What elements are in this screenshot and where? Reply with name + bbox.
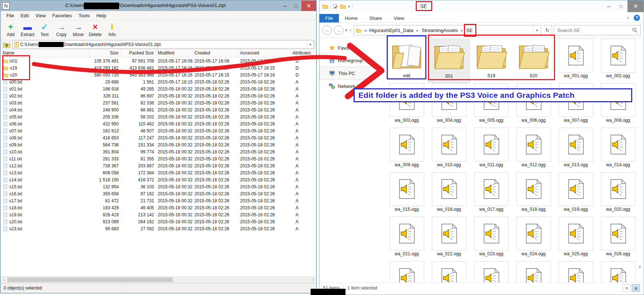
table-row[interactable]: s17.txt 81 472 21 731 2015-05-18 00:32 2… (1, 197, 316, 204)
table-row[interactable]: s01.txt 186 916 49 265 2015-05-18 00:32 … (1, 85, 316, 92)
details-view-button[interactable]: ≣ (623, 284, 631, 292)
file-item[interactable] (386, 261, 428, 282)
file-item[interactable]: wa_026.ogg (597, 217, 639, 261)
close-button[interactable]: ✕ (301, 1, 316, 11)
help-icon[interactable]: ? (634, 15, 640, 21)
file-item[interactable]: wa_012.ogg (512, 128, 555, 172)
toolbar-button[interactable]: → Copy (53, 22, 70, 37)
toolbar-button[interactable]: → Move (70, 22, 87, 37)
menu-item[interactable]: Edit (17, 13, 32, 18)
explorer-titlebar[interactable]: ▾ SE ─ □ ✕ (319, 0, 644, 12)
search-input[interactable]: Search SE (554, 25, 641, 35)
column-header-size[interactable]: Size (89, 50, 121, 57)
back-button[interactable]: ← (322, 25, 332, 35)
file-item[interactable]: wa_021.ogg (386, 217, 428, 261)
menu-item[interactable]: Help (93, 13, 110, 18)
icons-view-button[interactable]: ▦ (632, 284, 640, 292)
table-row[interactable]: s20 580 093 725 543 383 966 2015-05-17 1… (1, 71, 316, 78)
maximize-button[interactable]: □ (615, 0, 627, 12)
address-dropdown-caret[interactable]: ▼ (307, 40, 314, 49)
table-row[interactable]: s19.txt 826 419 213 142 2015-05-18 00:32… (1, 211, 316, 218)
file-item[interactable]: wa_018.ogg (512, 172, 555, 217)
table-row[interactable]: s00.txt 29 688 1 561 2015-05-17 18:15 20… (1, 78, 316, 85)
table-row[interactable]: s07.txt 162 613 46 507 2015-05-18 00:32 … (1, 127, 316, 134)
file-item[interactable]: wa_024.ogg (512, 217, 555, 261)
table-row[interactable]: s23.txt 95 683 27 082 2015-05-18 00:32 2… (1, 225, 316, 232)
table-row[interactable]: s03.txt 237 581 62 336 2015-05-18 00:32 … (1, 99, 316, 106)
breadcrumb-item[interactable]: StreamingAssets (421, 28, 458, 33)
file-item[interactable]: wa_002.ogg (597, 39, 639, 83)
folder-icon[interactable] (322, 4, 328, 9)
ribbon-tab[interactable]: File (319, 14, 339, 22)
menu-item[interactable]: Favorites (49, 13, 75, 18)
address-combobox[interactable]: C:\Users\Downloads\Higurashi\HigurashiPS… (12, 40, 314, 49)
properties-icon[interactable] (333, 4, 338, 9)
table-row[interactable]: s19 418 293 162 413 836 481 2015-05-17 1… (1, 64, 316, 71)
table-row[interactable]: s05.txt 205 336 58 202 2015-05-18 00:32 … (1, 113, 316, 120)
table-row[interactable]: s04.txt 248 900 66 881 2015-05-18 00:32 … (1, 106, 316, 113)
ribbon-tab[interactable]: Share (364, 14, 388, 22)
forward-button[interactable]: → (334, 25, 343, 35)
file-item[interactable]: wa_017.ogg (470, 172, 512, 217)
horizontal-scrollbar[interactable]: ‹ › (1, 276, 316, 283)
scroll-right-arrow[interactable]: › (310, 277, 316, 283)
table-row[interactable]: s01 105 376 481 97 591 709 2015-05-17 16… (1, 57, 316, 64)
sevenzip-titlebar[interactable]: 7z C:\Users\Downloads\Higurashi\Higurash… (1, 1, 316, 11)
file-item[interactable] (428, 261, 470, 282)
refresh-icon[interactable]: ↻ (543, 25, 552, 35)
up-folder-icon[interactable] (3, 42, 10, 48)
file-item[interactable]: wa_025.ogg (555, 217, 597, 261)
file-item[interactable]: wa_010.ogg (428, 128, 470, 172)
file-item[interactable]: wa_001.ogg (555, 39, 597, 83)
file-item[interactable] (597, 261, 639, 282)
file-item[interactable]: wa_023.ogg (470, 217, 512, 261)
file-item[interactable]: wa_014.ogg (597, 128, 639, 172)
breadcrumb-item[interactable]: SE (466, 28, 473, 33)
table-row[interactable]: s16.txt 355 658 97 162 2015-05-18 00:32 … (1, 190, 316, 197)
minimize-button[interactable]: ─ (279, 1, 290, 11)
column-header-created[interactable]: Created (193, 50, 238, 57)
file-item[interactable]: wa_019.ogg (555, 172, 597, 217)
address-dropdown-caret[interactable]: ▾ (533, 25, 541, 35)
file-item[interactable] (555, 261, 597, 282)
address-bar[interactable]: « ▸HigurashiEp01_Data▸StreamingAssets▸SE… (354, 25, 541, 35)
column-header-accessed[interactable]: Accessed (238, 50, 290, 57)
table-row[interactable]: s06.txt 432 950 115 482 2015-05-18 00:32… (1, 120, 316, 127)
sidebar-item[interactable]: Homegroup (319, 54, 382, 67)
file-item[interactable] (512, 261, 555, 282)
toolbar-button[interactable]: i Info (104, 22, 121, 37)
ribbon-collapse-icon[interactable]: ∨ (626, 15, 629, 20)
new-folder-icon[interactable] (340, 4, 346, 9)
breadcrumb-item[interactable]: HigurashiEp01_Data (368, 28, 414, 33)
file-item[interactable] (470, 261, 512, 282)
table-row[interactable]: s10.txt 391 804 99 774 2015-05-18 00:32 … (1, 148, 316, 155)
table-row[interactable]: s12.txt 738 367 203 887 2015-05-18 00:32… (1, 162, 316, 169)
toolbar-button[interactable]: ▬ Extract (19, 22, 36, 37)
table-row[interactable]: s11.txt 281 333 81 355 2015-05-18 00:32 … (1, 155, 316, 162)
ribbon-tab[interactable]: View (388, 14, 410, 22)
scrollbar-thumb[interactable] (7, 277, 173, 282)
file-item[interactable]: wa_022.ogg (428, 217, 470, 261)
maximize-button[interactable]: □ (290, 1, 301, 11)
menu-item[interactable]: View (32, 13, 49, 18)
table-row[interactable]: s13.txt 606 058 172 384 2015-05-18 00:32… (1, 169, 316, 176)
menu-item[interactable]: Tools (75, 13, 93, 18)
close-button[interactable]: ✕ (627, 0, 644, 12)
file-item[interactable]: wa_009.ogg (386, 128, 428, 172)
column-header-attributes[interactable]: Attributes (290, 50, 316, 57)
ribbon-tab[interactable]: Home (339, 14, 364, 22)
file-item[interactable]: wa_011.ogg (470, 128, 512, 172)
scroll-down-icon[interactable]: ∨ (638, 264, 641, 269)
qat-dropdown-icon[interactable]: ▾ (348, 4, 350, 8)
scroll-left-arrow[interactable]: ‹ (1, 277, 7, 283)
table-row[interactable]: s15.txt 132 954 36 103 2015-05-18 00:32 … (1, 183, 316, 190)
file-item[interactable]: wa_013.ogg (555, 128, 597, 172)
minimize-button[interactable]: ─ (602, 0, 615, 12)
table-row[interactable]: s14.txt 1 518 150 416 372 2015-05-18 00:… (1, 176, 316, 183)
toolbar-button[interactable]: + Add (2, 22, 19, 37)
toolbar-button[interactable]: × Delete (87, 22, 104, 37)
file-item[interactable]: wa_016.ogg (428, 172, 470, 217)
table-row[interactable]: s08.txt 416 653 117 247 2015-05-18 00:32… (1, 134, 316, 141)
table-row[interactable]: s20.txt 923 089 264 162 2015-05-18 00:32… (1, 218, 316, 225)
menu-item[interactable]: File (3, 13, 17, 18)
